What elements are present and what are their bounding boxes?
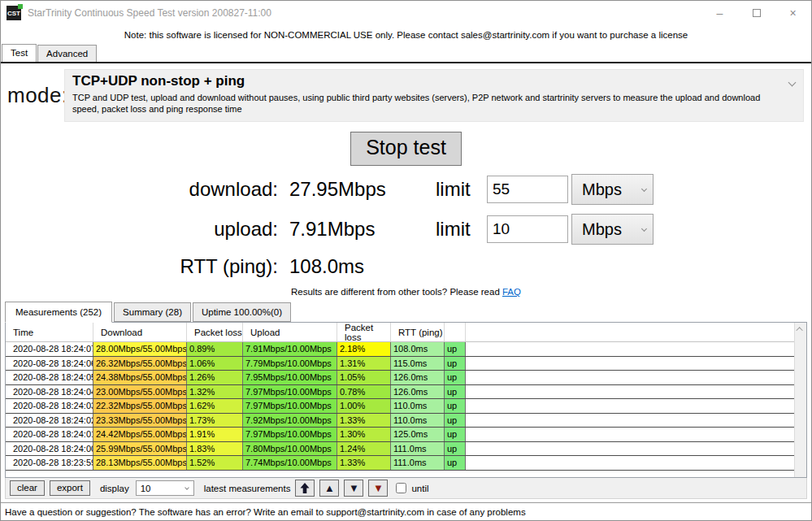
table-row[interactable]: 2020-08-28 18:24:0025.99Mbps/55.00Mbps1.… — [6, 442, 806, 457]
tab-summary[interactable]: Summary (28) — [114, 302, 191, 322]
stop-row: Stop test — [1, 132, 811, 166]
export-button[interactable]: export — [50, 480, 90, 496]
app-icon: CST — [7, 6, 21, 20]
column-header[interactable]: Packet loss — [187, 323, 243, 341]
status-text: Have a question or suggestion? The softw… — [5, 507, 526, 517]
jump-to-top-button[interactable] — [295, 480, 315, 497]
display-count-value: 10 — [141, 484, 151, 493]
clear-button[interactable]: clear — [10, 480, 45, 496]
bottom-toolbar: clear export display 10 latest measureme… — [5, 478, 807, 499]
cell-upload: 7.95Mbps/10.00Mbps — [243, 371, 337, 384]
cell-download-loss: 1.26% — [187, 371, 243, 384]
cell-time: 2020-08-28 18:23:59 — [6, 456, 93, 470]
cell-download-loss: 1.62% — [187, 399, 243, 413]
latest-measurements-label: latest measurements — [204, 484, 291, 493]
tabstrip-divider — [1, 62, 811, 63]
cell-status: up — [445, 357, 466, 371]
tab-test[interactable]: Test — [2, 44, 37, 62]
cell-rtt: 126.0ms — [391, 371, 445, 384]
download-unit-dropdown[interactable]: Mbps — [571, 174, 654, 205]
cell-upload-loss: 1.31% — [337, 357, 391, 371]
window-title: StarTrinity Continuous Speed Test versio… — [28, 7, 271, 19]
cell-download: 23.00Mbps/55.00Mbps — [93, 385, 187, 399]
cell-blank — [466, 399, 806, 413]
tab-uptime[interactable]: Uptime 100.00%(0) — [193, 302, 291, 322]
cell-rtt: 115.0ms — [391, 357, 445, 371]
download-limit-input[interactable] — [487, 176, 568, 203]
cell-download-loss: 0.89% — [187, 342, 243, 356]
upload-limit-input[interactable] — [487, 215, 568, 243]
column-header[interactable]: Time — [6, 323, 93, 341]
cell-upload: 7.74Mbps/10.00Mbps — [243, 456, 337, 470]
scroll-up-icon[interactable] — [795, 323, 806, 336]
cell-upload-loss: 1.33% — [337, 456, 391, 470]
download-unit-value: Mbps — [582, 180, 622, 199]
cell-time: 2020-08-28 18:24:02 — [6, 414, 93, 428]
cell-download: 28.00Mbps/55.00Mbps — [93, 342, 187, 356]
cell-download-loss: 1.83% — [187, 442, 243, 456]
faq-link[interactable]: FAQ — [502, 287, 521, 297]
title-bar: CST StarTrinity Continuous Speed Test ve… — [1, 1, 811, 25]
vertical-scrollbar[interactable] — [794, 323, 806, 477]
app-icon-green-dot — [18, 4, 23, 9]
maximize-icon[interactable] — [738, 1, 775, 25]
cell-upload-loss: 1.00% — [337, 399, 391, 413]
table-row[interactable]: 2020-08-28 18:24:0124.42Mbps/55.00Mbps1.… — [6, 428, 806, 442]
table-row[interactable]: 2020-08-28 18:24:0423.00Mbps/55.00Mbps1.… — [6, 385, 806, 400]
cell-download: 23.33Mbps/55.00Mbps — [93, 414, 187, 428]
mode-title: TCP+UDP non-stop + ping — [72, 73, 785, 89]
column-header[interactable]: Upload — [243, 323, 337, 341]
column-header[interactable]: Download — [93, 323, 187, 341]
measurements-table: TimeDownloadPacket lossUploadPacket loss… — [5, 322, 807, 478]
main-tabstrip: Test Advanced — [1, 44, 811, 62]
until-checkbox[interactable] — [396, 483, 406, 493]
measurements-tabstrip: Measurements (252) Summary (28) Uptime 1… — [5, 302, 811, 322]
upload-label: upload: — [1, 218, 278, 241]
cell-status: up — [445, 428, 466, 441]
download-row: download: 27.95Mbps limit Mbps — [1, 174, 811, 203]
cell-blank — [466, 385, 806, 399]
stop-test-button[interactable]: Stop test — [350, 132, 462, 166]
mode-label: mode: — [7, 83, 64, 108]
cell-rtt: 126.0ms — [391, 385, 445, 399]
tab-advanced[interactable]: Advanced — [37, 45, 97, 62]
down-triangle-icon: ▼ — [349, 483, 359, 493]
mode-description: TCP and UDP test, upload and download wi… — [72, 92, 785, 115]
scroll-up-button[interactable]: ▲ — [319, 480, 339, 497]
table-row[interactable]: 2020-08-28 18:24:0626.32Mbps/55.00Mbps1.… — [6, 357, 806, 371]
scroll-down-button[interactable]: ▼ — [344, 480, 363, 497]
cell-rtt: 111.0ms — [391, 456, 445, 470]
minimize-icon[interactable]: – — [701, 1, 738, 25]
close-icon[interactable]: × — [775, 1, 811, 25]
display-count-dropdown[interactable]: 10 — [136, 480, 194, 496]
cell-time: 2020-08-28 18:24:03 — [6, 399, 93, 413]
cell-blank — [466, 357, 806, 371]
cell-download-loss: 1.32% — [187, 385, 243, 399]
cell-time: 2020-08-28 18:24:06 — [6, 357, 93, 371]
cell-time: 2020-08-28 18:24:00 — [6, 442, 93, 456]
jump-to-bottom-button[interactable]: ▼ — [368, 480, 388, 497]
upload-row: upload: 7.91Mbps limit Mbps — [1, 214, 811, 243]
column-header-blank — [466, 323, 806, 341]
cell-upload: 7.97Mbps/10.00Mbps — [243, 428, 337, 441]
table-row[interactable]: 2020-08-28 18:24:0728.00Mbps/55.00Mbps0.… — [6, 342, 806, 357]
column-header[interactable]: Packet loss — [337, 323, 391, 341]
up-triangle-icon: ▲ — [324, 483, 335, 493]
faq-row: Results are different from other tools? … — [1, 287, 811, 297]
upload-limit-label: limit — [436, 218, 487, 241]
cell-status: up — [445, 399, 466, 413]
column-header[interactable]: RTT (ping) — [391, 323, 445, 341]
mode-combobox[interactable]: TCP+UDP non-stop + ping TCP and UDP test… — [64, 69, 804, 122]
tab-measurements[interactable]: Measurements (252) — [5, 302, 112, 323]
rtt-row: RTT (ping): 108.0ms — [1, 254, 811, 280]
table-row[interactable]: 2020-08-28 18:24:0524.38Mbps/55.00Mbps1.… — [6, 371, 806, 385]
cell-blank — [466, 456, 806, 470]
table-row[interactable]: 2020-08-28 18:24:0223.33Mbps/55.00Mbps1.… — [6, 414, 806, 428]
upload-value: 7.91Mbps — [278, 218, 436, 241]
table-row[interactable]: 2020-08-28 18:24:0322.32Mbps/55.00Mbps1.… — [6, 399, 806, 414]
table-body: 2020-08-28 18:24:0728.00Mbps/55.00Mbps0.… — [6, 342, 806, 471]
table-row[interactable]: 2020-08-28 18:23:5928.13Mbps/55.00Mbps1.… — [6, 456, 806, 471]
cell-upload: 7.91Mbps/10.00Mbps — [243, 342, 337, 356]
cell-status: up — [445, 442, 466, 456]
upload-unit-dropdown[interactable]: Mbps — [571, 214, 654, 245]
